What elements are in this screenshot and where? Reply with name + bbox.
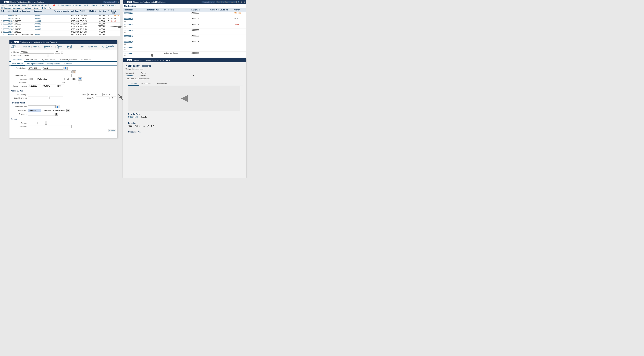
list-row[interactable]: ☐ 300003413 07.09.2020 10000002 07.09.20… xyxy=(0,20,120,23)
row-checkbox[interactable]: ☐ xyxy=(0,15,3,17)
rrow-notif[interactable]: 300003409 S3 xyxy=(124,12,146,17)
row-notif[interactable]: 300003413 xyxy=(3,20,12,22)
address-line1-input[interactable] xyxy=(28,70,72,73)
nav-organization[interactable]: Organization... xyxy=(88,46,98,48)
row-notif[interactable]: 300003412 xyxy=(3,17,12,19)
row-notif[interactable]: 300003128 xyxy=(3,28,12,30)
right-list-row[interactable]: 300003412 S3 10000002 4-Low xyxy=(123,17,246,23)
toolbar-flag-icon[interactable]: 🔴 xyxy=(53,4,55,6)
coding-input1[interactable] xyxy=(28,122,36,124)
notific-status-input[interactable] xyxy=(23,54,46,57)
nav-display-object[interactable]: Display object xyxy=(11,45,20,49)
coding-icon-button[interactable]: ℹ xyxy=(45,121,47,125)
notification-type-input[interactable] xyxy=(55,51,60,53)
row-equip[interactable]: 10000002 xyxy=(33,33,54,36)
tab-additional-data[interactable]: Additional data 1 xyxy=(24,58,40,62)
row-equip[interactable] xyxy=(33,31,54,33)
right-list-row[interactable]: 300003432 S3 Asistencia técnica 10000002 xyxy=(123,52,246,57)
notification-info-button[interactable]: ℹ xyxy=(61,51,63,53)
tab-system-availability[interactable]: System availability xyxy=(40,58,58,62)
right-list-row[interactable]: 300003409 S3 10000002 3-Medium xyxy=(123,11,246,17)
sold-to-person-icon-button[interactable]: 👤 xyxy=(64,67,68,70)
tab-location-data[interactable]: Location data xyxy=(79,58,93,62)
row-notif[interactable]: 300003425 xyxy=(3,31,12,33)
toolbar-list[interactable]: List ▾ xyxy=(100,4,104,6)
rrow-notif[interactable]: 300003425 S3 xyxy=(124,46,146,51)
right-detail-back-button[interactable]: ← xyxy=(124,59,126,61)
fax-input[interactable] xyxy=(66,81,80,84)
row-equip[interactable]: 10000003 xyxy=(33,23,54,25)
toolbar-notification2[interactable]: Notification ▾ xyxy=(1,7,12,9)
toolbar-environment[interactable]: Environment ▾ xyxy=(12,7,24,9)
nav-document-flow[interactable]: Document flow xyxy=(44,45,54,49)
toolbar-sel[interactable]: Sel. xyxy=(1,4,5,6)
cancel-button[interactable]: Cancel xyxy=(108,129,116,132)
list-row[interactable]: ☐ 300003409 09.09.2020 10000003 07.09.20… xyxy=(0,14,120,17)
sub-tab-message-address[interactable]: Message address xyxy=(45,62,61,65)
row-checkbox[interactable]: ☐ xyxy=(0,23,3,25)
nav-default-values[interactable]: Default values xyxy=(67,45,76,49)
partner-tz-time-input[interactable] xyxy=(42,85,56,87)
reported-by-input[interactable] xyxy=(28,93,48,96)
detail-back-button[interactable]: ← xyxy=(10,41,13,43)
row-checkbox[interactable]: ☐ xyxy=(0,31,3,33)
toolbar-deselect-all[interactable]: Deselect All xyxy=(38,4,48,6)
row-equip[interactable]: 10000003 xyxy=(33,25,54,28)
region-input[interactable] xyxy=(72,78,77,80)
zip-input[interactable] xyxy=(28,78,36,80)
row-checkbox[interactable]: ☐ xyxy=(0,25,3,28)
sales-doc-input[interactable] xyxy=(96,96,110,99)
rd-tab-details[interactable]: Details xyxy=(128,82,139,86)
toolbar-edit[interactable]: Edit ▾ xyxy=(105,4,110,6)
toolbar-more[interactable]: More ▾ xyxy=(48,7,54,9)
row-equip[interactable]: 10000003 xyxy=(33,28,54,30)
toolbar-help[interactable]: Help ▾ xyxy=(42,7,48,9)
telephone-input[interactable] xyxy=(28,81,48,84)
rrow-notif[interactable]: 300003432 S3 xyxy=(124,52,146,57)
search-icon[interactable]: 🔍 xyxy=(238,1,240,3)
list-back-button[interactable]: ← xyxy=(1,1,4,3)
nav-action-log[interactable]: Action log xyxy=(57,45,64,49)
sub-tab-contact-person[interactable]: Contact person address xyxy=(25,62,45,65)
toolbar-set-filter[interactable]: Set filter xyxy=(57,4,64,6)
nav-address[interactable]: Address... xyxy=(33,46,40,48)
location-person-icon-button[interactable]: 👤 xyxy=(78,77,82,80)
nav-services[interactable]: Services for Ob xyxy=(106,45,116,49)
list-row[interactable]: ☐ 300003128 07.09.2020 10000003 07.09.20… xyxy=(0,28,120,31)
right-list-row[interactable]: 300003414 S3 10000003 xyxy=(123,29,246,34)
list-close-button[interactable]: ■ xyxy=(118,1,119,3)
toolbar-current[interactable]: Current... xyxy=(91,4,99,6)
right-list-settings-icon[interactable]: ⚙ xyxy=(241,1,242,3)
cust-ref-input1[interactable] xyxy=(28,96,48,99)
rrow-notif[interactable]: 300003416 S3 xyxy=(124,35,146,40)
list-row[interactable]: ☐ 300003432 09.09.2020 Asistencia técnic… xyxy=(0,33,120,36)
right-list-close-button[interactable]: ■ xyxy=(244,1,245,3)
assembly-icon-button[interactable]: ℹ xyxy=(56,113,58,116)
toolbar-update[interactable]: Update xyxy=(21,4,28,6)
right-list-row[interactable]: 300003416 S3 10000003 xyxy=(123,34,246,40)
rrow-notif[interactable]: 300003414 S3 xyxy=(124,29,146,34)
row-notif[interactable]: 300003416 xyxy=(3,25,12,28)
sold-to-party-name-input[interactable] xyxy=(42,67,63,69)
row-checkbox[interactable]: ☐ xyxy=(0,20,3,22)
row-equip[interactable]: 10000002 xyxy=(33,17,54,19)
list-row[interactable]: ☐ 300003412 07.09.2020 10000002 07.09.20… xyxy=(0,17,120,20)
toolbar-settings[interactable]: Settings ▾ xyxy=(24,7,33,9)
rrow-notif[interactable]: 300003413 S3 xyxy=(124,23,146,28)
coding-input2[interactable] xyxy=(38,122,44,124)
search-input[interactable] xyxy=(216,1,236,3)
row-checkbox[interactable]: ☐ xyxy=(0,28,3,30)
funcloc-input[interactable] xyxy=(28,105,55,108)
toolbar-long-text[interactable]: Long Text xyxy=(82,4,90,6)
address-icon-button[interactable]: 🏠 xyxy=(72,70,76,73)
date-input[interactable] xyxy=(88,93,101,96)
nav-status[interactable]: Status xyxy=(80,46,84,48)
right-list-row[interactable]: 300003413 S3 10000002 2-High xyxy=(123,23,246,29)
toolbar-up-icon[interactable]: ↑ xyxy=(50,4,51,6)
notification-input[interactable] xyxy=(20,51,54,53)
toolbar-notification[interactable]: Notification xyxy=(72,4,82,6)
rrow-notif[interactable]: 300003412 S3 xyxy=(124,17,146,22)
toolbar-system[interactable]: System ▾ xyxy=(33,7,41,9)
list-row[interactable]: ☐ 300003414 07.09.2020 10000003 07.09.20… xyxy=(0,23,120,25)
row-equip[interactable]: 10000002 xyxy=(33,20,54,22)
